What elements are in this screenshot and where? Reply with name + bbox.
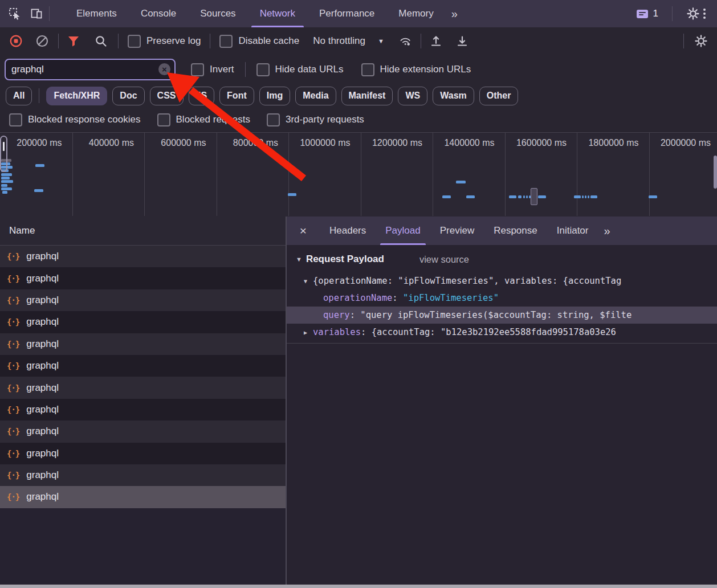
waterfall-bar[interactable]	[34, 189, 43, 192]
checkbox[interactable]	[157, 113, 170, 126]
disable-cache-checkbox[interactable]	[219, 35, 233, 48]
checkbox-label[interactable]: 3rd-party requests	[286, 114, 364, 125]
tab-elements[interactable]: Elements	[64, 0, 129, 27]
search-icon[interactable]	[94, 34, 108, 48]
waterfall-bar[interactable]	[649, 195, 657, 198]
waterfall-bar[interactable]	[1, 180, 13, 183]
hide-data-urls-label[interactable]: Hide data URLs	[275, 64, 344, 75]
waterfall-bar[interactable]	[466, 195, 475, 198]
request-row[interactable]: {·}graphql	[0, 399, 286, 420]
name-column-header[interactable]: Name	[0, 217, 286, 246]
tab-sources[interactable]: Sources	[188, 0, 247, 27]
request-row[interactable]: {·}graphql	[0, 311, 286, 333]
waterfall-bar[interactable]	[1, 187, 12, 190]
waterfall-bar[interactable]	[538, 195, 546, 198]
throttling-select[interactable]: No throttling ▼	[313, 35, 384, 47]
issues-indicator[interactable]: 1	[637, 8, 658, 19]
hide-data-urls-checkbox[interactable]	[256, 63, 270, 76]
tab-performance[interactable]: Performance	[307, 0, 386, 27]
details-tab-preview[interactable]: Preview	[430, 217, 484, 245]
request-row[interactable]: {·}graphql	[0, 486, 286, 508]
chip-wasm[interactable]: Wasm	[433, 87, 474, 105]
settings-gear-icon[interactable]	[686, 7, 700, 21]
request-row[interactable]: {·}graphql	[0, 377, 286, 398]
tab-network[interactable]: Network	[248, 0, 307, 27]
tab-console[interactable]: Console	[129, 0, 188, 27]
filter-icon[interactable]	[67, 34, 80, 48]
chip-all[interactable]: All	[6, 87, 32, 105]
hide-extension-urls-label[interactable]: Hide extension URLs	[380, 64, 471, 75]
tab-memory[interactable]: Memory	[386, 0, 445, 27]
waterfall-bar[interactable]	[523, 195, 525, 198]
invert-label[interactable]: Invert	[210, 64, 234, 75]
waterfall-bar[interactable]	[518, 195, 522, 198]
checkbox[interactable]	[267, 113, 280, 126]
network-settings-gear-icon[interactable]	[694, 34, 708, 48]
checkbox[interactable]	[9, 113, 22, 126]
waterfall-bar[interactable]	[1, 173, 12, 176]
import-har-icon[interactable]	[429, 34, 443, 48]
more-details-tabs-icon[interactable]: »	[604, 224, 609, 238]
device-toolbar-icon[interactable]	[30, 7, 43, 21]
disable-cache-label[interactable]: Disable cache	[238, 35, 299, 47]
filter-input[interactable]: graphql ×	[5, 59, 176, 80]
clear-network-log-icon[interactable]	[35, 34, 49, 48]
waterfall-bar[interactable]	[574, 195, 581, 198]
hide-extension-urls-checkbox[interactable]	[361, 63, 374, 76]
tree-triangle-icon[interactable]: ▶	[304, 329, 313, 336]
request-row[interactable]: {·}graphql	[0, 464, 286, 486]
preserve-log-label[interactable]: Preserve log	[146, 35, 201, 47]
invert-checkbox[interactable]	[191, 63, 204, 76]
clear-filter-icon[interactable]: ×	[158, 63, 170, 75]
waterfall-bar[interactable]	[588, 195, 589, 198]
menu-dots-icon[interactable]	[703, 9, 706, 19]
request-row[interactable]: {·}graphql	[0, 443, 286, 464]
waterfall-bar[interactable]	[509, 195, 516, 198]
overview-scrollbar-thumb[interactable]	[714, 156, 717, 189]
tree-triangle-icon[interactable]: ▼	[304, 278, 313, 284]
waterfall-bar[interactable]	[288, 193, 296, 196]
chip-other[interactable]: Other	[479, 87, 519, 105]
waterfall-bar[interactable]	[590, 195, 597, 198]
details-tab-response[interactable]: Response	[484, 217, 547, 245]
waterfall-bar[interactable]	[2, 191, 7, 194]
waterfall-bar[interactable]	[582, 195, 584, 198]
record-network-log-icon[interactable]	[9, 34, 23, 48]
view-source-link[interactable]: view source	[419, 254, 469, 265]
chip-manifest[interactable]: Manifest	[341, 87, 393, 105]
chip-ws[interactable]: WS	[398, 87, 427, 105]
more-tabs-icon[interactable]: »	[451, 7, 457, 21]
details-tab-payload[interactable]: Payload	[376, 217, 430, 245]
waterfall-bar[interactable]	[442, 195, 451, 198]
waterfall-bar[interactable]	[585, 195, 586, 198]
request-row[interactable]: {·}graphql	[0, 289, 286, 311]
waterfall-bar[interactable]	[456, 181, 466, 183]
chip-css[interactable]: CSS	[150, 87, 184, 105]
request-row[interactable]: {·}graphql	[0, 267, 286, 289]
request-row[interactable]: {·}graphql	[0, 355, 286, 377]
chip-js[interactable]: JS	[189, 87, 215, 105]
chip-media[interactable]: Media	[295, 87, 336, 105]
export-har-icon[interactable]	[455, 34, 469, 48]
chip-doc[interactable]: Doc	[112, 87, 144, 105]
request-row[interactable]: {·}graphql	[0, 246, 286, 267]
details-tab-headers[interactable]: Headers	[320, 217, 376, 245]
chip-font[interactable]: Font	[219, 87, 254, 105]
inspect-element-icon[interactable]	[8, 7, 22, 21]
preserve-log-checkbox[interactable]	[128, 35, 141, 48]
waterfall-bar[interactable]	[1, 177, 10, 179]
collapse-triangle-icon[interactable]: ▼	[296, 256, 302, 263]
network-conditions-icon[interactable]	[399, 34, 413, 48]
waterfall-bar[interactable]	[35, 164, 44, 167]
overview-left-handle[interactable]	[0, 136, 7, 172]
chip-img[interactable]: Img	[259, 87, 290, 105]
close-icon[interactable]: ×	[287, 224, 320, 238]
chip-fetch-xhr[interactable]: Fetch/XHR	[46, 87, 107, 105]
details-tab-initiator[interactable]: Initiator	[547, 217, 598, 245]
request-row[interactable]: {·}graphql	[0, 420, 286, 442]
checkbox-label[interactable]: Blocked requests	[176, 114, 250, 125]
waterfall-bar[interactable]	[1, 184, 7, 187]
checkbox-label[interactable]: Blocked response cookies	[28, 114, 141, 125]
request-row[interactable]: {·}graphql	[0, 333, 286, 355]
waterfall-bar[interactable]	[526, 195, 528, 198]
